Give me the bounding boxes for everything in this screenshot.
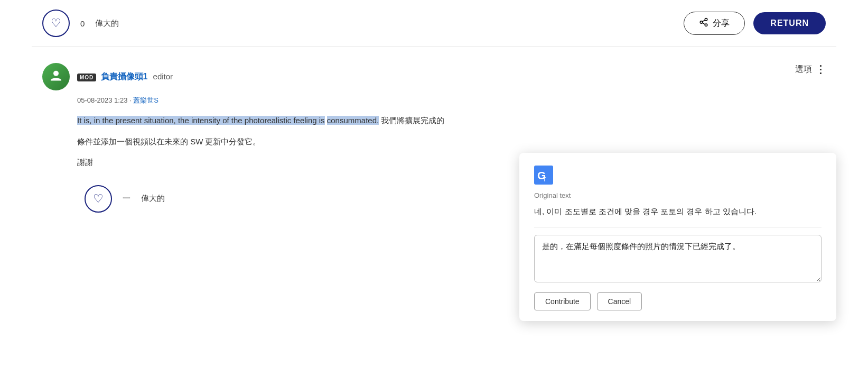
svg-line-4	[703, 20, 705, 22]
bottom-heart-icon: ♡	[93, 192, 104, 206]
post-meta: 05-08-2023 1:23 · 蓋樂世S	[77, 96, 826, 105]
return-label: RETURN	[770, 19, 809, 28]
original-text-label: Original text	[534, 191, 822, 199]
highlighted-text-consummated: consummated.	[327, 116, 379, 125]
options-area: 選項 ⋮	[795, 63, 826, 76]
svg-line-3	[703, 23, 705, 24]
bottom-like-count: 一	[123, 194, 130, 204]
username[interactable]: 負責攝像頭1	[101, 72, 148, 81]
options-menu-button[interactable]: ⋮	[815, 63, 826, 76]
translation-textarea[interactable]	[534, 235, 822, 282]
mention-link[interactable]: 蓋樂世S	[133, 96, 158, 104]
original-text-content: 네, 이미 조도별로 조건에 맞을 경우 포토의 경우 하고 있습니다.	[534, 205, 822, 218]
post-author-info: MOD 負責攝像頭1 editor	[77, 71, 173, 82]
google-translate-icon: G T	[534, 166, 822, 191]
body-middle-text: 我們將擴展完成的	[381, 116, 444, 125]
share-icon	[699, 17, 708, 29]
avatar-image	[42, 63, 70, 90]
top-bar: ♡ 0 偉大的 分享 RETURN	[0, 0, 868, 47]
popup-divider	[534, 227, 822, 227]
heart-icon: ♡	[51, 16, 61, 30]
avatar	[42, 63, 70, 90]
cancel-button[interactable]: Cancel	[597, 292, 642, 310]
translation-popup: G T Original text 네, 이미 조도별로 조건에 맞을 경우 포…	[519, 153, 836, 321]
contribute-button[interactable]: Contribute	[534, 292, 591, 310]
svg-point-0	[705, 19, 708, 21]
share-label: 分享	[713, 18, 730, 29]
options-label: 選項	[795, 64, 812, 75]
highlighted-text-start: It is, in the present situation, the int…	[77, 116, 325, 125]
post-header: MOD 負責攝像頭1 editor	[42, 63, 826, 90]
bottom-like-label: 偉大的	[141, 194, 165, 204]
svg-point-5	[53, 71, 59, 76]
post-paragraph-2: 條件並添加一個視頻以在未來的 SW 更新中分發它。	[77, 135, 826, 149]
share-button[interactable]: 分享	[684, 12, 745, 35]
post-date: 05-08-2023 1:23	[77, 96, 127, 104]
bottom-like-button[interactable]: ♡	[85, 185, 112, 213]
return-button[interactable]: RETURN	[753, 12, 826, 34]
popup-actions: Contribute Cancel	[534, 292, 822, 310]
like-count: 0	[80, 19, 85, 28]
like-label: 偉大的	[95, 19, 119, 29]
svg-point-2	[705, 24, 708, 26]
mod-badge: MOD	[77, 74, 96, 81]
post-paragraph-1: It is, in the present situation, the int…	[77, 114, 826, 127]
top-actions: 分享 RETURN	[684, 12, 826, 35]
svg-text:T: T	[543, 176, 547, 182]
page-wrapper: ♡ 0 偉大的 分享 RETURN 選項 ⋮	[0, 0, 868, 385]
post-section: 選項 ⋮ MOD 負責攝像頭1 editor 05-0	[0, 47, 868, 232]
svg-point-1	[701, 21, 703, 24]
user-role: editor	[153, 72, 173, 81]
like-button[interactable]: ♡	[42, 10, 70, 37]
